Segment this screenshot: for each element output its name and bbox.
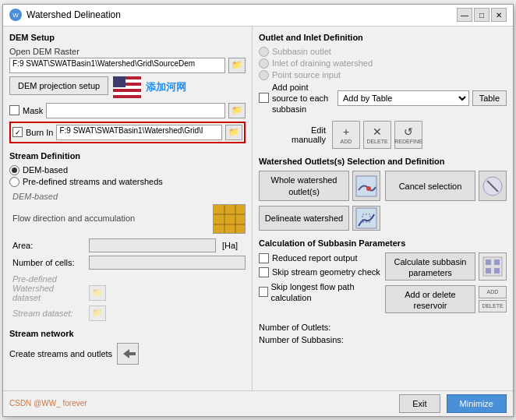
mask-input[interactable] [46, 103, 225, 118]
arrow-icon [120, 346, 136, 362]
watershed-dataset-btn[interactable]: 📁 [89, 285, 106, 301]
flow-grid-icon[interactable] [213, 204, 246, 234]
burnin-input[interactable]: F:9 SWAT\SWATBasin1\Watershed\Grid\I [56, 125, 222, 140]
right-panel: Outlet and Inlet Definition Subbasin out… [253, 26, 513, 390]
inlet-draining-radio [259, 58, 269, 69]
num-subbasins-label: Number of Subbasins: [259, 335, 344, 344]
reduced-report-checkbox[interactable] [259, 253, 269, 263]
delineate-item: Delineate watershed [259, 206, 380, 231]
app-icon: W [9, 9, 22, 21]
restore-btn[interactable]: □ [474, 8, 489, 22]
create-streams-label: Create streams and outlets [9, 349, 112, 358]
add-point-label: Add point source to each subbasin [272, 82, 334, 115]
left-params: Reduced report output Skip stream geomet… [259, 252, 380, 313]
dem-path-row: F:9 SWAT\SWATBasin1\Watershed\Grid\Sourc… [9, 58, 246, 73]
reservoir-delete-btn[interactable]: DELETE [479, 300, 507, 312]
close-btn[interactable]: ✕ [491, 8, 507, 22]
window-footer: CSDN @WW_ forever Exit Minimize [3, 390, 513, 416]
delineate-svg-icon [355, 206, 378, 230]
reservoir-btns: ADD DELETE [479, 286, 507, 312]
right-footer-area: Number of Outlets: Number of Subbasins: [259, 321, 507, 346]
stream-radio-group: DEM-based Pre-defined streams and waters… [9, 165, 246, 187]
stream-def-title: Stream Definition [9, 151, 246, 161]
whole-watershed-item: Whole watershed outlet(s) [259, 171, 380, 201]
add-point-checkbox[interactable] [259, 93, 269, 103]
open-dem-label: Open DEM Raster [9, 47, 246, 56]
svg-rect-24 [494, 268, 500, 274]
dem-path-input[interactable]: F:9 SWAT\SWATBasin1\Watershed\Grid\Sourc… [9, 58, 225, 73]
subbasin-outlet-radio [259, 47, 269, 57]
table-btn[interactable]: Table [472, 90, 507, 106]
mask-checkbox[interactable] [9, 105, 19, 115]
area-input[interactable] [89, 238, 216, 252]
cancel-selection-btn[interactable]: Cancel selection [385, 171, 475, 201]
exit-btn[interactable]: Exit [399, 394, 440, 413]
skip-longest-label: Skip longest flow path calculation [271, 281, 380, 304]
add-delete-reservoir-btn[interactable]: Add or delete reservoir [385, 285, 475, 313]
flag-icon [113, 76, 141, 98]
point-source-row: Point source input [259, 70, 507, 80]
svg-rect-5 [113, 92, 141, 95]
whole-watershed-btn[interactable]: Whole watershed outlet(s) [259, 171, 349, 201]
point-source-radio [259, 70, 269, 80]
skip-stream-label: Skip stream geometry check [272, 266, 380, 277]
stream-network-section: Stream network Create streams and outlet… [9, 329, 246, 365]
stream-dataset-btn[interactable]: 📁 [89, 305, 106, 321]
redefine-btn-label: REDEFINE [394, 139, 422, 144]
minimize-btn[interactable]: Minimize [447, 394, 507, 413]
dem-folder-btn[interactable]: 📁 [228, 58, 246, 73]
calc-subbasin-icon-btn[interactable] [479, 252, 507, 281]
watershed-dataset-label: Watershed dataset [12, 284, 83, 302]
edit-manually-label: Edit manually [274, 125, 329, 144]
inlet-draining-label: Inlet of draining watershed [272, 58, 373, 68]
skip-stream-checkbox[interactable] [259, 267, 269, 277]
watermark-footer: CSDN @WW_ forever [9, 399, 393, 408]
ws-placeholder [385, 206, 507, 231]
calc-subbasin-btn[interactable]: Calculate subbasin parameters [385, 252, 475, 281]
delineate-icon [352, 206, 380, 231]
dem-based-sub-label: DEM-based [12, 192, 246, 201]
main-window: W Watershed Delineation — □ ✕ DEM Setup … [2, 4, 514, 417]
dem-proj-row: DEM projection setup [9, 76, 246, 98]
reservoir-add-btn[interactable]: ADD [479, 286, 507, 298]
dem-based-label: DEM-based [23, 165, 68, 175]
create-streams-btn[interactable] [117, 343, 139, 365]
add-outlet-btn[interactable]: + ADD [332, 121, 360, 149]
skip-longest-checkbox[interactable] [259, 287, 268, 297]
mask-folder-btn[interactable]: 📁 [228, 103, 246, 118]
svg-rect-22 [494, 259, 500, 265]
mask-label: Mask [23, 106, 43, 115]
svg-rect-8 [214, 205, 246, 234]
predefined-radio[interactable] [9, 177, 19, 187]
title-bar: W Watershed Delineation — □ ✕ [3, 5, 513, 26]
cells-input[interactable] [89, 256, 246, 270]
watershed-svg-icon [355, 175, 378, 198]
point-source-label: Point source input [272, 70, 341, 79]
redefine-outlet-btn[interactable]: ↺ REDEFINE [394, 121, 422, 149]
predefined-section: Pre-defined Watershed dataset 📁 Stream d… [12, 274, 246, 321]
window-controls: — □ ✕ [457, 8, 507, 22]
burnin-folder-btn[interactable]: 📁 [225, 125, 242, 140]
add-watermark: 添加河网 [146, 80, 186, 94]
cancel-selection-item: Cancel selection [385, 171, 507, 201]
ws-row-2: Delineate watershed [259, 206, 507, 231]
add-point-row: Add point source to each subbasin Add by… [259, 82, 507, 115]
dem-based-radio-row: DEM-based [9, 165, 246, 175]
burnin-checkbox[interactable] [12, 127, 23, 137]
watershed-selection-section: Watershed Outlets(s) Selection and Defin… [259, 157, 507, 231]
subbasin-params-section: Calculation of Subbasin Parameters Reduc… [259, 238, 507, 313]
window-title: Watershed Delineation [27, 9, 121, 20]
redefine-icon: ↺ [404, 125, 413, 138]
left-panel: DEM Setup Open DEM Raster F:9 SWAT\SWATB… [3, 26, 253, 390]
delete-outlet-btn[interactable]: ✕ DELETE [363, 121, 391, 149]
burnin-label: Burn In [26, 128, 53, 137]
svg-marker-13 [123, 349, 136, 358]
add-by-table-dropdown[interactable]: Add by Table [338, 90, 469, 106]
svg-rect-21 [486, 259, 491, 265]
num-subbasins-row: Number of Subbasins: [259, 334, 507, 346]
minimize-window-btn[interactable]: — [457, 8, 472, 22]
delineate-watershed-btn[interactable]: Delineate watershed [259, 206, 349, 231]
ws-row-1: Whole watershed outlet(s) Cancel selecti… [259, 171, 507, 201]
dem-proj-btn[interactable]: DEM projection setup [9, 76, 108, 95]
dem-based-radio[interactable] [9, 165, 19, 175]
